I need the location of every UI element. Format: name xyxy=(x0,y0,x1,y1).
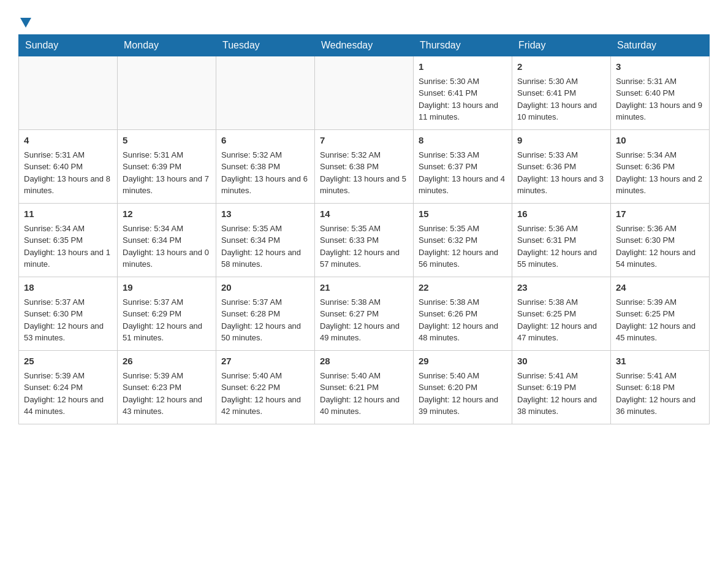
calendar-header-friday: Friday xyxy=(512,35,611,56)
calendar-week-row: 11Sunrise: 5:34 AMSunset: 6:35 PMDayligh… xyxy=(19,204,710,277)
logo-triangle-icon xyxy=(20,12,31,32)
sunset-text: Sunset: 6:30 PM xyxy=(24,309,83,318)
sunrise-text: Sunrise: 5:30 AM xyxy=(517,77,578,86)
sunset-text: Sunset: 6:34 PM xyxy=(123,236,181,245)
sunset-text: Sunset: 6:38 PM xyxy=(320,162,379,171)
day-number: 9 xyxy=(517,134,605,148)
calendar-table: SundayMondayTuesdayWednesdayThursdayFrid… xyxy=(18,34,710,424)
calendar-header-sunday: Sunday xyxy=(19,35,118,56)
calendar-cell xyxy=(19,56,118,130)
day-number: 11 xyxy=(24,207,112,221)
calendar-week-row: 1Sunrise: 5:30 AMSunset: 6:41 PMDaylight… xyxy=(19,56,710,130)
calendar-cell xyxy=(315,56,414,130)
calendar-header-row: SundayMondayTuesdayWednesdayThursdayFrid… xyxy=(19,35,710,56)
sunset-text: Sunset: 6:18 PM xyxy=(616,383,675,392)
daylight-text: Daylight: 13 hours and 6 minutes. xyxy=(221,174,308,196)
sunrise-text: Sunrise: 5:34 AM xyxy=(616,150,677,159)
daylight-text: Daylight: 13 hours and 3 minutes. xyxy=(517,174,604,196)
sunset-text: Sunset: 6:24 PM xyxy=(24,383,83,392)
sunrise-text: Sunrise: 5:41 AM xyxy=(517,371,578,380)
daylight-text: Daylight: 12 hours and 49 minutes. xyxy=(320,321,400,343)
daylight-text: Daylight: 12 hours and 45 minutes. xyxy=(616,321,696,343)
calendar-cell: 13Sunrise: 5:35 AMSunset: 6:34 PMDayligh… xyxy=(216,204,315,277)
sunrise-text: Sunrise: 5:37 AM xyxy=(24,297,85,307)
calendar-cell: 12Sunrise: 5:34 AMSunset: 6:34 PMDayligh… xyxy=(118,204,216,277)
calendar-cell xyxy=(118,56,216,130)
sunset-text: Sunset: 6:30 PM xyxy=(616,236,675,245)
daylight-text: Daylight: 12 hours and 50 minutes. xyxy=(221,321,301,343)
calendar-cell xyxy=(216,56,315,130)
calendar-week-row: 4Sunrise: 5:31 AMSunset: 6:40 PMDaylight… xyxy=(19,130,710,204)
calendar-header-monday: Monday xyxy=(118,35,216,56)
sunset-text: Sunset: 6:33 PM xyxy=(320,236,379,245)
calendar-cell: 22Sunrise: 5:38 AMSunset: 6:26 PMDayligh… xyxy=(414,277,512,351)
sunset-text: Sunset: 6:23 PM xyxy=(123,383,181,392)
day-number: 30 xyxy=(517,354,605,369)
sunset-text: Sunset: 6:36 PM xyxy=(517,162,576,171)
sunrise-text: Sunrise: 5:40 AM xyxy=(419,371,479,380)
sunrise-text: Sunrise: 5:33 AM xyxy=(419,150,479,159)
svg-marker-0 xyxy=(20,18,31,28)
calendar-cell: 5Sunrise: 5:31 AMSunset: 6:39 PMDaylight… xyxy=(118,130,216,204)
sunset-text: Sunset: 6:25 PM xyxy=(616,309,675,318)
daylight-text: Daylight: 13 hours and 7 minutes. xyxy=(123,174,209,196)
daylight-text: Daylight: 13 hours and 4 minutes. xyxy=(419,174,505,196)
day-number: 5 xyxy=(123,134,211,148)
calendar-header-thursday: Thursday xyxy=(414,35,512,56)
sunrise-text: Sunrise: 5:36 AM xyxy=(517,224,578,233)
day-number: 3 xyxy=(616,60,704,74)
sunrise-text: Sunrise: 5:39 AM xyxy=(616,297,677,307)
day-number: 31 xyxy=(616,354,704,369)
day-number: 14 xyxy=(320,207,408,221)
daylight-text: Daylight: 13 hours and 8 minutes. xyxy=(24,174,110,196)
calendar-cell: 6Sunrise: 5:32 AMSunset: 6:38 PMDaylight… xyxy=(216,130,315,204)
sunset-text: Sunset: 6:40 PM xyxy=(616,88,675,98)
day-number: 29 xyxy=(419,354,507,369)
sunset-text: Sunset: 6:21 PM xyxy=(320,383,379,392)
day-number: 21 xyxy=(320,281,408,295)
day-number: 13 xyxy=(221,207,309,221)
sunrise-text: Sunrise: 5:31 AM xyxy=(616,77,677,86)
sunrise-text: Sunrise: 5:35 AM xyxy=(419,224,479,233)
day-number: 28 xyxy=(320,354,408,369)
daylight-text: Daylight: 13 hours and 10 minutes. xyxy=(517,101,597,122)
calendar-cell: 4Sunrise: 5:31 AMSunset: 6:40 PMDaylight… xyxy=(19,130,118,204)
sunset-text: Sunset: 6:34 PM xyxy=(221,236,280,245)
day-number: 2 xyxy=(517,60,605,74)
daylight-text: Daylight: 12 hours and 39 minutes. xyxy=(419,395,498,416)
day-number: 4 xyxy=(24,134,112,148)
daylight-text: Daylight: 13 hours and 2 minutes. xyxy=(616,174,702,196)
sunrise-text: Sunrise: 5:33 AM xyxy=(517,150,578,159)
sunrise-text: Sunrise: 5:31 AM xyxy=(24,150,85,159)
daylight-text: Daylight: 12 hours and 51 minutes. xyxy=(123,321,202,343)
sunset-text: Sunset: 6:38 PM xyxy=(221,162,280,171)
sunset-text: Sunset: 6:31 PM xyxy=(517,236,576,245)
day-number: 23 xyxy=(517,281,605,295)
daylight-text: Daylight: 12 hours and 40 minutes. xyxy=(320,395,400,416)
calendar-cell: 20Sunrise: 5:37 AMSunset: 6:28 PMDayligh… xyxy=(216,277,315,351)
sunset-text: Sunset: 6:25 PM xyxy=(517,309,576,318)
calendar-cell: 8Sunrise: 5:33 AMSunset: 6:37 PMDaylight… xyxy=(414,130,512,204)
calendar-cell: 28Sunrise: 5:40 AMSunset: 6:21 PMDayligh… xyxy=(315,351,414,424)
calendar-header-tuesday: Tuesday xyxy=(216,35,315,56)
sunrise-text: Sunrise: 5:36 AM xyxy=(616,224,677,233)
calendar-cell: 2Sunrise: 5:30 AMSunset: 6:41 PMDaylight… xyxy=(512,56,611,130)
sunrise-text: Sunrise: 5:38 AM xyxy=(517,297,578,307)
daylight-text: Daylight: 12 hours and 42 minutes. xyxy=(221,395,301,416)
daylight-text: Daylight: 12 hours and 58 minutes. xyxy=(221,248,301,269)
day-number: 16 xyxy=(517,207,605,221)
day-number: 12 xyxy=(123,207,211,221)
sunrise-text: Sunrise: 5:34 AM xyxy=(24,224,85,233)
calendar-header-saturday: Saturday xyxy=(611,35,710,56)
logo xyxy=(18,12,32,28)
sunrise-text: Sunrise: 5:40 AM xyxy=(221,371,282,380)
sunset-text: Sunset: 6:35 PM xyxy=(24,236,83,245)
calendar-cell: 16Sunrise: 5:36 AMSunset: 6:31 PMDayligh… xyxy=(512,204,611,277)
sunrise-text: Sunrise: 5:35 AM xyxy=(221,224,282,233)
day-number: 15 xyxy=(419,207,507,221)
sunset-text: Sunset: 6:19 PM xyxy=(517,383,576,392)
sunrise-text: Sunrise: 5:39 AM xyxy=(24,371,85,380)
sunset-text: Sunset: 6:22 PM xyxy=(221,383,280,392)
sunrise-text: Sunrise: 5:32 AM xyxy=(221,150,282,159)
sunset-text: Sunset: 6:27 PM xyxy=(320,309,379,318)
